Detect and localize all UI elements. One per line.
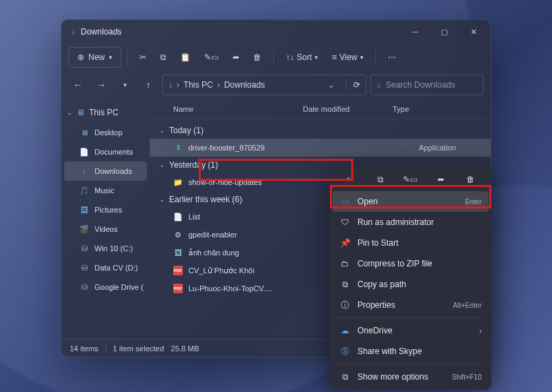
sidebar-item-videos[interactable]: 🎬Videos xyxy=(64,219,147,239)
sidebar-head-this-pc[interactable]: ⌄ 🖥 This PC xyxy=(64,103,147,122)
delete-button[interactable]: 🗑 xyxy=(247,47,268,68)
ctx-cut-button[interactable]: ✂ xyxy=(340,170,361,189)
up-button[interactable]: ▾ xyxy=(115,75,135,95)
breadcrumb-root[interactable]: This PC xyxy=(184,80,213,90)
more-button[interactable]: ⋯ xyxy=(382,47,402,68)
refresh-button[interactable]: ⟳ xyxy=(353,80,360,90)
sidebar-item-documents[interactable]: 📄Documents xyxy=(64,142,147,161)
file-icon: 📄 xyxy=(173,212,183,222)
open-icon: ▭ xyxy=(339,197,351,206)
sidebar-item-downloads[interactable]: ↓Downloads xyxy=(64,161,147,181)
ctx-share-skype[interactable]: Ⓢ Share with Skype xyxy=(333,341,489,362)
path-icon: ⧉ xyxy=(339,280,351,289)
side-icon: ⛁ xyxy=(79,263,89,273)
ctx-more-options[interactable]: ⧉ Show more options Shift+F10 xyxy=(333,366,489,387)
side-icon: 🎵 xyxy=(79,186,89,195)
skype-icon: Ⓢ xyxy=(339,346,351,357)
side-icon: 📄 xyxy=(79,147,89,157)
minimize-button[interactable]: ─ xyxy=(401,21,430,42)
downloads-icon: ↓ xyxy=(71,27,75,37)
side-icon: ⛁ xyxy=(79,244,89,253)
onedrive-icon: ☁ xyxy=(339,326,351,335)
paste-button[interactable]: 📋 xyxy=(174,47,197,68)
close-button[interactable]: ✕ xyxy=(459,21,488,42)
rename-button[interactable]: ✎▭ xyxy=(198,47,225,68)
sidebar-item-data-cv-d-[interactable]: ⛁Data CV (D:) xyxy=(64,258,147,277)
file-row[interactable]: ⬇driver-booster_870529Application xyxy=(150,139,491,157)
status-size: 25.8 MB xyxy=(171,344,199,353)
ctx-pin-start[interactable]: 📌 Pin to Start xyxy=(333,233,489,253)
group-header[interactable]: ⌄Today (1) xyxy=(150,122,491,139)
file-icon: ⚙ xyxy=(173,230,183,239)
zip-icon: 🗀 xyxy=(339,259,351,268)
ctx-rename-button[interactable]: ✎▭ xyxy=(400,170,421,189)
forward-button[interactable]: → xyxy=(92,75,111,95)
ctx-share-button[interactable]: ➦ xyxy=(431,170,451,189)
chevron-down-icon[interactable]: ⌄ xyxy=(328,80,335,90)
pdf-icon: PDF xyxy=(173,284,183,293)
col-date[interactable]: Date modified xyxy=(303,105,393,113)
search-input[interactable]: ⌕ Search Downloads xyxy=(371,75,484,95)
file-icon: 🖼 xyxy=(173,248,183,257)
view-button[interactable]: ≡ View▾ xyxy=(326,47,370,68)
titlebar: ↓ Downloads ─ ▢ ✕ xyxy=(61,20,491,43)
cut-button[interactable]: ✂ xyxy=(133,47,152,68)
side-icon: 🖥 xyxy=(79,128,89,137)
file-icon: ⬇ xyxy=(173,143,183,153)
search-icon: ⌕ xyxy=(377,80,382,90)
side-icon: ⛁ xyxy=(79,282,89,292)
properties-icon: ⓘ xyxy=(339,300,351,311)
sidebar-item-desktop[interactable]: 🖥Desktop xyxy=(64,123,147,142)
ctx-run-admin[interactable]: 🛡 Run as administrator xyxy=(333,212,489,233)
ctx-properties[interactable]: ⓘ Properties Alt+Enter xyxy=(333,295,489,315)
ctx-onedrive[interactable]: ☁ OneDrive › xyxy=(333,320,489,341)
downloads-icon: ↓ xyxy=(168,80,172,90)
ctx-delete-button[interactable]: 🗑 xyxy=(460,170,481,189)
more-icon: ⧉ xyxy=(339,372,351,382)
context-menu: ✂ ⧉ ✎▭ ➦ 🗑 ▭ Open Enter 🛡 Run as adminis… xyxy=(330,165,491,390)
ctx-open[interactable]: ▭ Open Enter xyxy=(333,191,489,212)
window-title: Downloads xyxy=(81,27,401,37)
side-icon: ↓ xyxy=(79,166,89,176)
copy-button[interactable]: ⧉ xyxy=(154,47,172,68)
ctx-copy-button[interactable]: ⧉ xyxy=(370,170,391,189)
back-button[interactable]: ← xyxy=(68,75,88,95)
address-bar[interactable]: ↓ › This PC › Downloads ⌄ ⟳ xyxy=(162,75,366,95)
file-icon: 📁 xyxy=(173,177,183,187)
col-name[interactable]: Name xyxy=(173,105,303,113)
share-button[interactable]: ➦ xyxy=(226,47,246,68)
monitor-icon: 🖥 xyxy=(77,108,85,117)
pin-icon: 📌 xyxy=(339,238,351,248)
column-headers: Name Date modified Type xyxy=(150,99,491,119)
up-dir-button[interactable]: ↑ xyxy=(139,75,158,95)
sidebar-item-pictures[interactable]: 🖼Pictures xyxy=(64,200,147,219)
status-selected: 1 item selected xyxy=(113,344,164,353)
breadcrumb-folder[interactable]: Downloads xyxy=(224,80,265,90)
sidebar-item-music[interactable]: 🎵Music xyxy=(64,181,147,200)
sort-button[interactable]: ↑↓ Sort▾ xyxy=(279,47,324,68)
maximize-button[interactable]: ▢ xyxy=(430,21,459,42)
new-button[interactable]: ⊕New▾ xyxy=(68,47,121,68)
sidebar-item-win-10-c-[interactable]: ⛁Win 10 (C:) xyxy=(64,239,147,258)
shield-icon: 🛡 xyxy=(339,217,351,227)
status-items: 14 items xyxy=(70,344,99,353)
side-icon: 🖼 xyxy=(79,205,89,215)
ctx-compress-zip[interactable]: 🗀 Compress to ZIP file xyxy=(333,253,489,274)
col-type[interactable]: Type xyxy=(393,105,484,113)
sidebar: ⌄ 🖥 This PC 🖥Desktop📄Documents↓Downloads… xyxy=(61,99,150,339)
pdf-icon: PDF xyxy=(173,266,183,275)
toolbar: ⊕New▾ ✂ ⧉ 📋 ✎▭ ➦ 🗑 ↑↓ Sort▾ ≡ View▾ ⋯ xyxy=(61,43,491,71)
navbar: ← → ▾ ↑ ↓ › This PC › Downloads ⌄ ⟳ ⌕ Se… xyxy=(61,71,491,99)
side-icon: 🎬 xyxy=(79,224,89,234)
sidebar-item-google-drive-[interactable]: ⛁Google Drive ( xyxy=(64,277,147,297)
ctx-copy-path[interactable]: ⧉ Copy as path xyxy=(333,274,489,295)
